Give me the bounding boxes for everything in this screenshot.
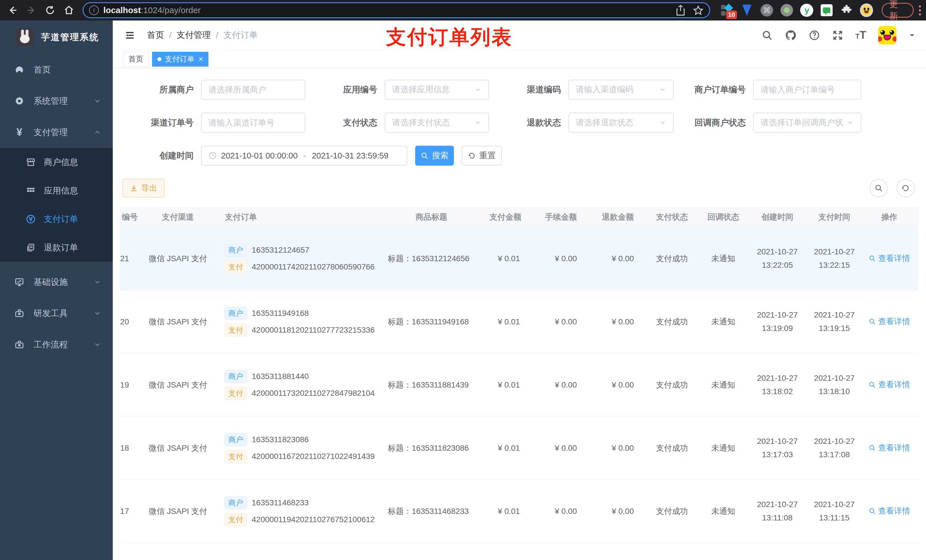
sidebar-item-app-info[interactable]: 应用信息 [0, 177, 113, 205]
sidebar-item-label: 商户信息 [44, 157, 78, 168]
status-badge: 支付成功 [646, 506, 698, 517]
bookmark-star-icon[interactable] [693, 5, 704, 16]
table-row: 19 微信 JSAPI 支付 商户1635311881440 支付4200001… [120, 353, 918, 417]
user-menu-caret-icon[interactable] [908, 32, 916, 39]
pay-tag: 支付 [224, 450, 247, 463]
reset-button[interactable]: 重置 [462, 146, 502, 166]
refund-status-select[interactable]: 请选择退款状态 [568, 113, 674, 133]
help-icon[interactable] [809, 30, 820, 41]
sidebar-item-infra[interactable]: 基础设施 [0, 266, 113, 297]
extensions-area: 10 ⌘ y [720, 4, 873, 17]
search-icon[interactable] [761, 30, 773, 41]
sidebar-item-label: 应用信息 [44, 185, 78, 197]
close-tab-icon[interactable]: × [198, 54, 203, 64]
kite-extension-icon[interactable] [740, 4, 754, 17]
view-detail-link[interactable]: 查看详情 [869, 442, 910, 453]
sidebar-item-home[interactable]: 首页 [0, 54, 113, 85]
search-button[interactable]: 搜索 [415, 146, 454, 166]
breadcrumb: 首页 / 支付管理 / 支付订单 [147, 29, 258, 41]
status-badge: 支付成功 [646, 443, 698, 454]
col-order: 支付订单 [216, 212, 384, 222]
recorder-extension-icon[interactable] [780, 4, 793, 17]
orders-table: 编号 支付渠道 支付订单 商品标题 支付金额 手续金额 退款金额 支付状态 回调… [120, 207, 918, 560]
address-bar[interactable]: i localhost:1024/pay/order [83, 2, 710, 18]
sidebar-item-refund-order[interactable]: 退款订单 [0, 233, 113, 262]
sidebar-item-merchant-info[interactable]: 商户信息 [0, 148, 113, 177]
pay-tag: 支付 [224, 260, 247, 273]
callback-status-select[interactable]: 请选择订单回调商户状态 [753, 113, 861, 133]
yen-icon: ¥ [14, 126, 25, 138]
table-row: 17 微信 JSAPI 支付 商户1635311468233 支付4200001… [120, 480, 918, 543]
merchant-tag: 商户 [224, 370, 247, 383]
table-row: 20 微信 JSAPI 支付 商户1635311949168 支付4200001… [120, 290, 918, 353]
merchant-tag: 商户 [224, 307, 247, 320]
pay-tag: 支付 [224, 387, 247, 400]
briefcase-icon [14, 308, 25, 318]
github-icon[interactable] [785, 29, 797, 41]
col-action: 操作 [863, 212, 916, 222]
sidebar-item-pay-order[interactable]: 支付订单 [0, 205, 113, 233]
grid-icon [25, 186, 36, 195]
tab-pay-order[interactable]: 支付订单 × [152, 52, 209, 66]
col-id: 编号 [120, 212, 139, 222]
tab-home[interactable]: 首页 [123, 52, 149, 66]
filter-label: 应用编号 [305, 84, 385, 96]
toggle-search-button[interactable] [870, 179, 888, 197]
chevron-down-icon [94, 278, 101, 286]
browser-home-icon[interactable] [63, 4, 75, 17]
view-detail-link[interactable]: 查看详情 [869, 379, 910, 390]
channel-order-no-input[interactable] [201, 113, 305, 133]
table-row: 18 微信 JSAPI 支付 商户1635311823086 支付4200001… [120, 417, 918, 480]
puzzle-extensions-icon[interactable] [840, 4, 853, 17]
status-badge: 支付成功 [646, 253, 698, 264]
breadcrumb-home[interactable]: 首页 [147, 29, 164, 41]
app-title: 芋道管理系统 [41, 31, 99, 43]
view-detail-link[interactable]: 查看详情 [869, 316, 910, 327]
fullscreen-icon[interactable] [832, 30, 843, 41]
col-channel: 支付渠道 [139, 212, 216, 222]
browser-forward-icon[interactable] [25, 4, 38, 17]
sidebar-item-label: 退款订单 [44, 242, 78, 254]
order-cell: 商户1635311468233 支付4200001194202110276752… [216, 492, 384, 530]
channel-code-select[interactable]: 请输入渠道编码 [568, 80, 674, 100]
app-no-select[interactable]: 请选择应用信息 [385, 80, 489, 100]
user-avatar[interactable] [878, 26, 896, 44]
main-area: 首页 / 支付管理 / 支付订单 支付订单列表 TT [113, 21, 926, 560]
sidebar-item-payment[interactable]: ¥ 支付管理 [0, 117, 113, 148]
command-extension-icon[interactable]: ⌘ [760, 4, 773, 17]
merchant-tag: 商户 [224, 433, 247, 446]
share-icon[interactable] [676, 5, 685, 16]
pay-status-select[interactable]: 请选择支付状态 [385, 113, 489, 133]
refresh-button[interactable] [896, 179, 915, 197]
owner-merchant-input[interactable] [201, 80, 305, 100]
sidebar-item-workflow[interactable]: 工作流程 [0, 329, 113, 360]
browser-menu-icon[interactable] [919, 5, 921, 15]
breadcrumb-current: 支付订单 [224, 29, 258, 41]
browser-reload-icon[interactable] [44, 4, 56, 17]
order-cell: 商户1635311881440 支付4200001173202110272847… [216, 366, 384, 403]
chat-extension-icon[interactable] [820, 4, 833, 17]
merchant-order-no-input[interactable] [753, 80, 861, 100]
order-cell: 商户1635312124657 支付4200001174202110278060… [216, 240, 384, 277]
sidebar-toggle-icon[interactable] [124, 30, 136, 41]
site-info-icon[interactable]: i [89, 5, 99, 15]
view-detail-link[interactable]: 查看详情 [869, 253, 910, 264]
app-logo-row[interactable]: 芋道管理系统 [0, 21, 113, 54]
browser-update-button[interactable]: 更新 [882, 3, 914, 18]
extension-badge-icon[interactable]: 10 [720, 4, 734, 17]
browser-back-icon[interactable] [6, 4, 19, 17]
filter-label: 渠道订单号 [123, 117, 201, 128]
create-time-range-picker[interactable]: 2021-10-01 00:00:00 - 2021-10-31 23:59:5… [201, 146, 407, 166]
font-size-icon[interactable]: TT [855, 29, 866, 41]
breadcrumb-section[interactable]: 支付管理 [177, 29, 211, 41]
sidebar-item-label: 工作流程 [33, 339, 68, 350]
export-button[interactable]: 导出 [123, 179, 165, 198]
payment-submenu: 商户信息 应用信息 支付订单 退款订单 [0, 148, 113, 262]
merchant-tag: 商户 [224, 244, 247, 257]
view-detail-link[interactable]: 查看详情 [869, 506, 910, 516]
chevron-down-icon [474, 119, 481, 126]
sidebar-item-dev-tools[interactable]: 研发工具 [0, 297, 113, 329]
profile-avatar-icon[interactable] [860, 4, 873, 17]
sidebar-item-system[interactable]: 系统管理 [0, 85, 113, 117]
y-extension-icon[interactable]: y [800, 4, 813, 17]
